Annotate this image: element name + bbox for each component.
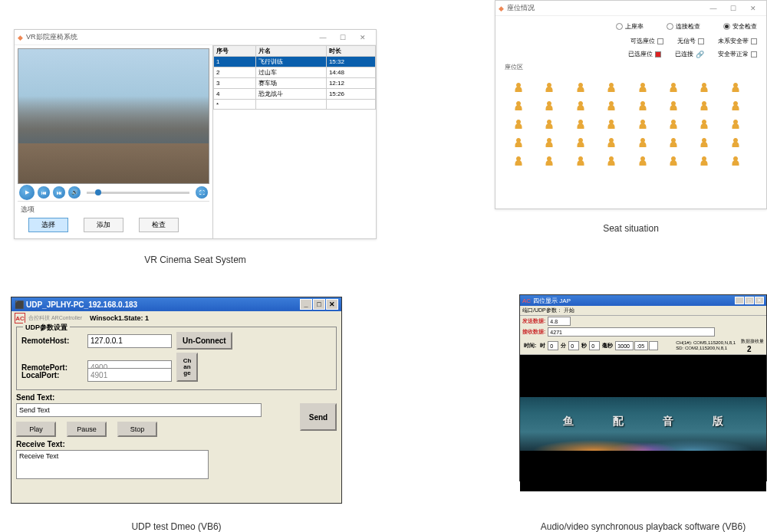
prev-button[interactable]: ⏮ xyxy=(38,186,50,199)
av-video-area[interactable]: 鱼配音版 xyxy=(520,355,766,491)
seat-titlebar[interactable]: ◆ 座位情况 — ☐ ✕ xyxy=(495,1,766,16)
localport-input[interactable] xyxy=(87,368,172,382)
seat-icon[interactable] xyxy=(731,82,740,93)
seat-icon[interactable] xyxy=(576,100,585,111)
seat-icon[interactable] xyxy=(669,119,678,130)
maximize-icon[interactable]: □ xyxy=(313,299,325,310)
play-button[interactable]: ▶ xyxy=(19,185,35,200)
send-data-input[interactable] xyxy=(548,317,571,326)
close-icon[interactable]: ✕ xyxy=(326,299,338,310)
legend-connected: 已连接🔗 xyxy=(675,50,704,58)
seat-icon[interactable] xyxy=(700,119,709,130)
seat-icon[interactable] xyxy=(576,156,585,166)
fullscreen-button[interactable]: ⛶ xyxy=(196,186,208,199)
udp-title: UDP_JPLHY-PC_192.168.0.183 xyxy=(26,300,137,309)
seat-icon[interactable] xyxy=(731,119,740,130)
send-text-input[interactable] xyxy=(16,403,262,417)
close-icon[interactable]: ✕ xyxy=(755,297,764,304)
seat-caption: Seat situation xyxy=(495,223,767,234)
table-row[interactable]: 2过山车14:48 xyxy=(214,67,376,78)
seat-icon[interactable] xyxy=(638,100,647,111)
seat-icon[interactable] xyxy=(638,119,647,130)
unconnect-button[interactable]: Un-Connect xyxy=(176,332,232,350)
recv-text-label: Receive Text: xyxy=(16,440,337,448)
seat-icon[interactable] xyxy=(731,156,740,166)
minimize-icon[interactable]: — xyxy=(703,2,723,15)
minimize-icon[interactable]: _ xyxy=(300,299,312,310)
table-row[interactable]: 3赛车场12:12 xyxy=(214,78,376,89)
maximize-icon[interactable]: ☐ xyxy=(723,2,743,15)
legend-selected: 已选座位 xyxy=(628,50,661,58)
legend-belt-ok: 安全带正常 xyxy=(718,50,757,58)
minimize-icon[interactable]: — xyxy=(313,31,333,44)
minimize-icon[interactable]: _ xyxy=(735,297,744,304)
radio-check-pos[interactable]: 连接检查 xyxy=(667,22,700,31)
seat-icon[interactable] xyxy=(545,137,554,148)
udp-caption: UDP test Dmeo (VB6) xyxy=(11,521,342,532)
table-row-empty[interactable]: * xyxy=(214,100,376,110)
check-button[interactable]: 检查 xyxy=(139,218,179,232)
stop-button[interactable]: Stop xyxy=(117,422,157,437)
av-titlebar[interactable]: AC 四位显示 JAP _ □ ✕ xyxy=(520,295,766,306)
seat-icon[interactable] xyxy=(669,156,678,166)
maximize-icon[interactable]: □ xyxy=(745,297,754,304)
remotehost-input[interactable] xyxy=(87,334,172,348)
seat-icon[interactable] xyxy=(700,137,709,148)
table-row[interactable]: 4恐龙战斗15:26 xyxy=(214,89,376,100)
select-button[interactable]: 选择 xyxy=(28,218,68,232)
seat-icon[interactable] xyxy=(669,100,678,111)
volume-button[interactable]: 🔊 xyxy=(68,186,81,199)
seat-icon[interactable] xyxy=(607,119,616,130)
close-icon[interactable]: ✕ xyxy=(743,2,763,15)
send-button[interactable]: Send xyxy=(300,403,337,431)
vr-titlebar[interactable]: ◆ VR影院座椅系统 — ☐ ✕ xyxy=(15,30,376,45)
change-button[interactable]: Ch an ge xyxy=(176,353,198,382)
seat-icon[interactable] xyxy=(514,137,523,148)
seat-icon[interactable] xyxy=(545,82,554,93)
vr-app-icon: ◆ xyxy=(18,34,23,41)
seat-icon[interactable] xyxy=(576,82,585,93)
radio-safety[interactable]: 安全检查 xyxy=(723,22,757,31)
seat-icon[interactable] xyxy=(700,82,709,93)
seat-app-icon: ◆ xyxy=(499,5,504,12)
vr-title: VR影院座椅系统 xyxy=(26,32,77,42)
seat-icon[interactable] xyxy=(576,137,585,148)
playlist-table[interactable]: 序号片名时长 1飞行训练15:32 2过山车14:48 3赛车场12:12 4恐… xyxy=(213,45,376,110)
next-button[interactable]: ⏭ xyxy=(53,186,65,199)
seat-icon[interactable] xyxy=(607,137,616,148)
seat-icon[interactable] xyxy=(545,119,554,130)
video-preview[interactable] xyxy=(18,48,209,184)
recv-text-box[interactable]: Receive Text xyxy=(16,450,209,479)
seat-icon[interactable] xyxy=(638,137,647,148)
channel-info: CH(1#): COM5,115200,N,8,1 SD: COM2,11520… xyxy=(676,340,736,351)
pause-button[interactable]: Pause xyxy=(67,422,107,437)
seat-icon[interactable] xyxy=(669,137,678,148)
seat-icon[interactable] xyxy=(638,156,647,166)
maximize-icon[interactable]: ☐ xyxy=(333,31,353,44)
seat-icon[interactable] xyxy=(576,119,585,130)
seat-icon[interactable] xyxy=(669,82,678,93)
play-button[interactable]: Play xyxy=(16,422,56,437)
udp-titlebar[interactable]: ⬛ UDP_JPLHY-PC_192.168.0.183 _ □ ✕ xyxy=(12,297,341,311)
seat-icon[interactable] xyxy=(607,156,616,166)
add-button[interactable]: 添加 xyxy=(84,218,123,232)
seat-icon[interactable] xyxy=(545,156,554,166)
seat-icon[interactable] xyxy=(545,100,554,111)
seat-icon[interactable] xyxy=(700,100,709,111)
recv-data-input[interactable] xyxy=(548,327,715,337)
seat-icon[interactable] xyxy=(607,82,616,93)
close-icon[interactable]: ✕ xyxy=(353,31,373,44)
seat-icon[interactable] xyxy=(731,100,740,111)
vr-caption: VR Cinema Seat System xyxy=(14,255,377,265)
table-row[interactable]: 1飞行训练15:32 xyxy=(214,57,376,67)
seat-icon[interactable] xyxy=(514,156,523,166)
seat-icon[interactable] xyxy=(514,100,523,111)
seat-icon[interactable] xyxy=(700,156,709,166)
seat-icon[interactable] xyxy=(731,137,740,148)
seat-icon[interactable] xyxy=(514,82,523,93)
progress-slider[interactable] xyxy=(87,192,189,194)
seat-icon[interactable] xyxy=(514,119,523,130)
seat-icon[interactable] xyxy=(638,82,647,93)
seat-icon[interactable] xyxy=(607,100,616,111)
radio-online[interactable]: 上座率 xyxy=(616,22,644,31)
